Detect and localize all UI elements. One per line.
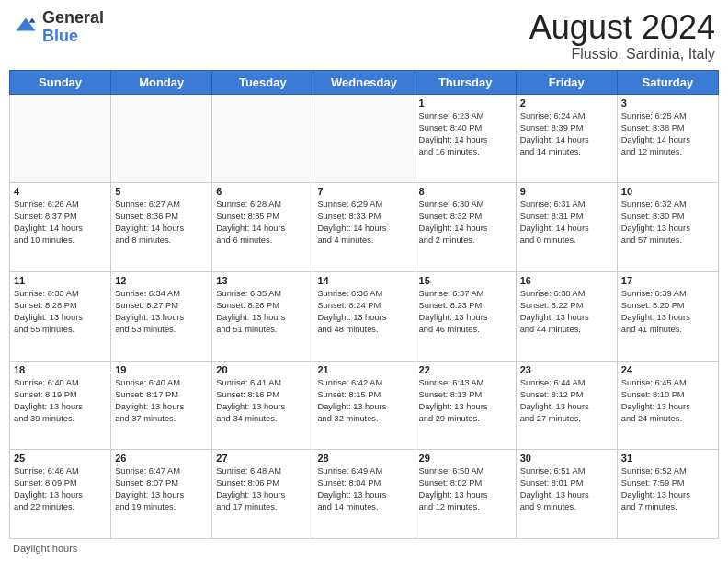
day-info: Sunrise: 6:35 AMSunset: 8:26 PMDaylight:… bbox=[216, 288, 309, 336]
calendar-cell: 21Sunrise: 6:42 AMSunset: 8:15 PMDayligh… bbox=[313, 361, 415, 450]
day-info: Sunrise: 6:45 AMSunset: 8:10 PMDaylight:… bbox=[621, 377, 714, 425]
calendar-cell bbox=[212, 94, 313, 183]
day-info: Sunrise: 6:50 AMSunset: 8:02 PMDaylight:… bbox=[419, 465, 512, 513]
location: Flussio, Sardinia, Italy bbox=[529, 46, 715, 63]
calendar-cell: 23Sunrise: 6:44 AMSunset: 8:12 PMDayligh… bbox=[516, 361, 617, 450]
logo: General Blue bbox=[13, 9, 104, 46]
calendar-cell: 6Sunrise: 6:28 AMSunset: 8:35 PMDaylight… bbox=[212, 183, 313, 272]
day-info: Sunrise: 6:48 AMSunset: 8:06 PMDaylight:… bbox=[216, 465, 309, 513]
logo-general: General bbox=[42, 8, 104, 27]
day-info: Sunrise: 6:40 AMSunset: 8:19 PMDaylight:… bbox=[14, 377, 107, 425]
calendar-cell: 3Sunrise: 6:25 AMSunset: 8:38 PMDaylight… bbox=[617, 94, 718, 183]
logo-icon bbox=[13, 15, 39, 40]
day-number: 23 bbox=[520, 364, 613, 375]
day-number: 3 bbox=[621, 98, 714, 109]
day-info: Sunrise: 6:52 AMSunset: 7:59 PMDaylight:… bbox=[621, 465, 714, 513]
calendar-cell: 29Sunrise: 6:50 AMSunset: 8:02 PMDayligh… bbox=[415, 450, 516, 539]
calendar-cell: 28Sunrise: 6:49 AMSunset: 8:04 PMDayligh… bbox=[313, 450, 415, 539]
calendar-cell: 1Sunrise: 6:23 AMSunset: 8:40 PMDaylight… bbox=[415, 94, 516, 183]
calendar-cell: 12Sunrise: 6:34 AMSunset: 8:27 PMDayligh… bbox=[111, 271, 212, 361]
logo-blue: Blue bbox=[42, 27, 78, 45]
day-number: 22 bbox=[419, 364, 512, 375]
title-block: August 2024 Flussio, Sardinia, Italy bbox=[529, 9, 715, 63]
day-number: 12 bbox=[115, 275, 208, 286]
header: General Blue August 2024 Flussio, Sardin… bbox=[9, 9, 719, 63]
day-info: Sunrise: 6:51 AMSunset: 8:01 PMDaylight:… bbox=[520, 465, 613, 513]
calendar-cell: 27Sunrise: 6:48 AMSunset: 8:06 PMDayligh… bbox=[212, 450, 313, 539]
daylight-label: Daylight hours bbox=[13, 543, 77, 554]
calendar-cell: 31Sunrise: 6:52 AMSunset: 7:59 PMDayligh… bbox=[617, 450, 718, 539]
day-header-thursday: Thursday bbox=[415, 70, 516, 94]
day-number: 29 bbox=[419, 453, 512, 464]
day-number: 15 bbox=[419, 275, 512, 286]
footer: Daylight hours bbox=[9, 543, 719, 554]
calendar-cell bbox=[111, 94, 212, 183]
calendar-table: SundayMondayTuesdayWednesdayThursdayFrid… bbox=[9, 70, 719, 539]
calendar-cell: 7Sunrise: 6:29 AMSunset: 8:33 PMDaylight… bbox=[313, 183, 415, 272]
day-info: Sunrise: 6:43 AMSunset: 8:13 PMDaylight:… bbox=[419, 377, 512, 425]
day-info: Sunrise: 6:33 AMSunset: 8:28 PMDaylight:… bbox=[14, 288, 107, 336]
calendar-cell bbox=[10, 94, 111, 183]
day-number: 6 bbox=[216, 186, 309, 197]
day-header-sunday: Sunday bbox=[10, 70, 111, 94]
day-number: 7 bbox=[317, 186, 410, 197]
calendar-cell: 13Sunrise: 6:35 AMSunset: 8:26 PMDayligh… bbox=[212, 271, 313, 361]
logo-text: General Blue bbox=[42, 9, 104, 46]
day-number: 21 bbox=[317, 364, 410, 375]
day-number: 2 bbox=[520, 98, 613, 109]
calendar-cell: 30Sunrise: 6:51 AMSunset: 8:01 PMDayligh… bbox=[516, 450, 617, 539]
day-number: 16 bbox=[520, 275, 613, 286]
day-header-saturday: Saturday bbox=[617, 70, 718, 94]
calendar-week-row: 25Sunrise: 6:46 AMSunset: 8:09 PMDayligh… bbox=[10, 450, 719, 539]
day-number: 10 bbox=[621, 186, 714, 197]
day-number: 20 bbox=[216, 364, 309, 375]
day-header-tuesday: Tuesday bbox=[212, 70, 313, 94]
day-info: Sunrise: 6:42 AMSunset: 8:15 PMDaylight:… bbox=[317, 377, 410, 425]
calendar-cell: 10Sunrise: 6:32 AMSunset: 8:30 PMDayligh… bbox=[617, 183, 718, 272]
day-info: Sunrise: 6:46 AMSunset: 8:09 PMDaylight:… bbox=[14, 465, 107, 513]
day-info: Sunrise: 6:37 AMSunset: 8:23 PMDaylight:… bbox=[419, 288, 512, 336]
calendar-week-row: 11Sunrise: 6:33 AMSunset: 8:28 PMDayligh… bbox=[10, 271, 719, 361]
calendar-cell: 20Sunrise: 6:41 AMSunset: 8:16 PMDayligh… bbox=[212, 361, 313, 450]
calendar-cell: 2Sunrise: 6:24 AMSunset: 8:39 PMDaylight… bbox=[516, 94, 617, 183]
day-number: 18 bbox=[14, 364, 107, 375]
calendar-header-row: SundayMondayTuesdayWednesdayThursdayFrid… bbox=[10, 70, 719, 94]
day-info: Sunrise: 6:47 AMSunset: 8:07 PMDaylight:… bbox=[115, 465, 208, 513]
day-info: Sunrise: 6:36 AMSunset: 8:24 PMDaylight:… bbox=[317, 288, 410, 336]
day-info: Sunrise: 6:32 AMSunset: 8:30 PMDaylight:… bbox=[621, 199, 714, 247]
day-number: 13 bbox=[216, 275, 309, 286]
day-number: 5 bbox=[115, 186, 208, 197]
month-year: August 2024 bbox=[529, 9, 715, 46]
day-number: 31 bbox=[621, 453, 714, 464]
calendar-cell: 4Sunrise: 6:26 AMSunset: 8:37 PMDaylight… bbox=[10, 183, 111, 272]
day-number: 19 bbox=[115, 364, 208, 375]
day-info: Sunrise: 6:31 AMSunset: 8:31 PMDaylight:… bbox=[520, 199, 613, 247]
day-number: 4 bbox=[14, 186, 107, 197]
day-info: Sunrise: 6:30 AMSunset: 8:32 PMDaylight:… bbox=[419, 199, 512, 247]
calendar-week-row: 1Sunrise: 6:23 AMSunset: 8:40 PMDaylight… bbox=[10, 94, 719, 183]
calendar-cell: 16Sunrise: 6:38 AMSunset: 8:22 PMDayligh… bbox=[516, 271, 617, 361]
calendar-cell: 24Sunrise: 6:45 AMSunset: 8:10 PMDayligh… bbox=[617, 361, 718, 450]
calendar-week-row: 18Sunrise: 6:40 AMSunset: 8:19 PMDayligh… bbox=[10, 361, 719, 450]
day-info: Sunrise: 6:27 AMSunset: 8:36 PMDaylight:… bbox=[115, 199, 208, 247]
day-number: 17 bbox=[621, 275, 714, 286]
calendar-cell: 18Sunrise: 6:40 AMSunset: 8:19 PMDayligh… bbox=[10, 361, 111, 450]
day-info: Sunrise: 6:41 AMSunset: 8:16 PMDaylight:… bbox=[216, 377, 309, 425]
day-number: 27 bbox=[216, 453, 309, 464]
calendar-cell: 15Sunrise: 6:37 AMSunset: 8:23 PMDayligh… bbox=[415, 271, 516, 361]
calendar-cell: 22Sunrise: 6:43 AMSunset: 8:13 PMDayligh… bbox=[415, 361, 516, 450]
calendar-cell: 8Sunrise: 6:30 AMSunset: 8:32 PMDaylight… bbox=[415, 183, 516, 272]
day-header-friday: Friday bbox=[516, 70, 617, 94]
calendar-cell: 9Sunrise: 6:31 AMSunset: 8:31 PMDaylight… bbox=[516, 183, 617, 272]
day-info: Sunrise: 6:34 AMSunset: 8:27 PMDaylight:… bbox=[115, 288, 208, 336]
day-number: 28 bbox=[317, 453, 410, 464]
day-number: 1 bbox=[419, 98, 512, 109]
day-number: 26 bbox=[115, 453, 208, 464]
day-info: Sunrise: 6:25 AMSunset: 8:38 PMDaylight:… bbox=[621, 110, 714, 158]
day-number: 25 bbox=[14, 453, 107, 464]
day-number: 11 bbox=[14, 275, 107, 286]
day-info: Sunrise: 6:26 AMSunset: 8:37 PMDaylight:… bbox=[14, 199, 107, 247]
day-info: Sunrise: 6:49 AMSunset: 8:04 PMDaylight:… bbox=[317, 465, 410, 513]
calendar-cell: 5Sunrise: 6:27 AMSunset: 8:36 PMDaylight… bbox=[111, 183, 212, 272]
day-info: Sunrise: 6:29 AMSunset: 8:33 PMDaylight:… bbox=[317, 199, 410, 247]
